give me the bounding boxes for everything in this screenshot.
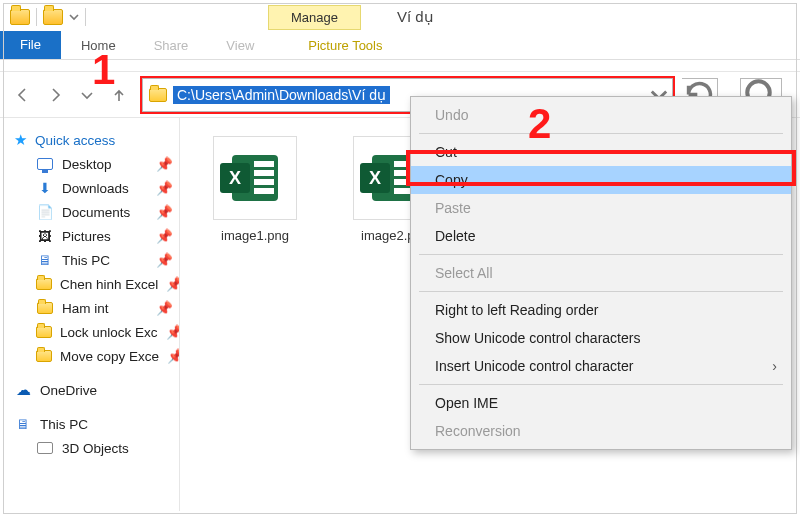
menu-insert-unicode[interactable]: Insert Unicode control character› — [411, 352, 791, 380]
folder-icon — [37, 302, 53, 314]
menu-label: Delete — [435, 228, 475, 244]
folder-icon — [10, 9, 30, 25]
context-menu: Undo Cut Copy Paste Delete Select All Ri… — [410, 96, 792, 450]
menu-cut[interactable]: Cut — [411, 138, 791, 166]
menu-label: Cut — [435, 144, 457, 160]
menu-label: Open IME — [435, 395, 498, 411]
annotation-number-2: 2 — [528, 100, 551, 148]
separator — [419, 254, 783, 255]
menu-label: Insert Unicode control character — [435, 358, 633, 374]
menu-label: Right to left Reading order — [435, 302, 598, 318]
annotation-number-1: 1 — [92, 46, 115, 94]
folder-icon — [36, 326, 52, 338]
menu-label: Undo — [435, 107, 468, 123]
file-item[interactable]: image1.png — [200, 136, 310, 243]
folder-icon[interactable] — [43, 9, 63, 25]
excel-icon — [232, 155, 278, 201]
file-thumbnail — [213, 136, 297, 220]
menu-reconversion[interactable]: Reconversion — [411, 417, 791, 445]
folder-icon — [36, 350, 52, 362]
menu-label: Copy — [435, 172, 468, 188]
menu-label: Paste — [435, 200, 471, 216]
menu-copy[interactable]: Copy — [411, 166, 791, 194]
separator — [419, 133, 783, 134]
menu-label: Select All — [435, 265, 493, 281]
address-path[interactable]: C:\Users\Admin\Downloads\Ví dụ — [173, 86, 390, 104]
separator — [419, 291, 783, 292]
menu-delete[interactable]: Delete — [411, 222, 791, 250]
menu-open-ime[interactable]: Open IME — [411, 389, 791, 417]
file-name: image1.png — [200, 228, 310, 243]
menu-rtl[interactable]: Right to left Reading order — [411, 296, 791, 324]
folder-icon — [149, 88, 167, 102]
menu-undo[interactable]: Undo — [411, 101, 791, 129]
menu-show-unicode[interactable]: Show Unicode control characters — [411, 324, 791, 352]
desktop-icon — [37, 158, 53, 170]
menu-label: Reconversion — [435, 423, 521, 439]
folder-icon — [36, 278, 52, 290]
separator — [419, 384, 783, 385]
submenu-arrow-icon: › — [772, 358, 777, 374]
menu-label: Show Unicode control characters — [435, 330, 640, 346]
menu-select-all[interactable]: Select All — [411, 259, 791, 287]
menu-paste[interactable]: Paste — [411, 194, 791, 222]
